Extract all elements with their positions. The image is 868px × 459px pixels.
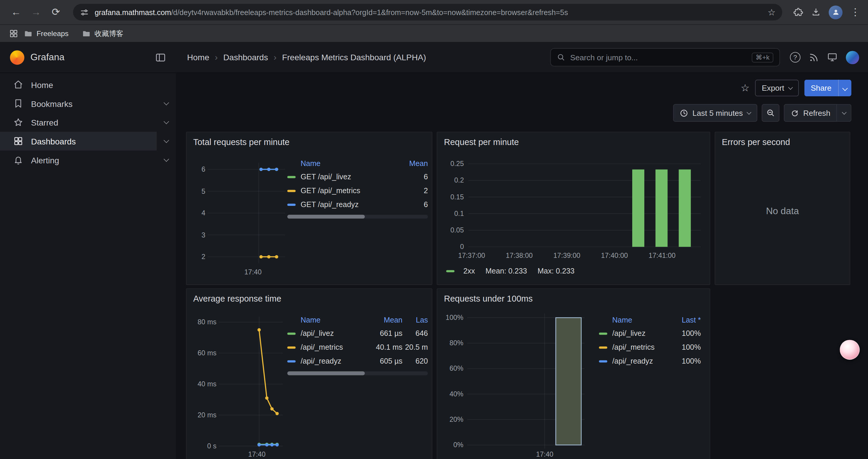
total-requests-line-chart[interactable] — [208, 163, 285, 263]
legend-header-last[interactable]: Las — [402, 316, 428, 324]
series-name[interactable]: /api/_readyz — [612, 357, 675, 365]
legend-header-mean[interactable]: Mean — [368, 316, 402, 324]
search-input[interactable]: Search or jump to... ⌘+k — [550, 48, 780, 66]
search-shortcut-hint: ⌘+k — [752, 52, 773, 62]
forward-icon[interactable]: → — [28, 4, 44, 21]
chevron-down-icon — [842, 109, 846, 114]
grafana-logo[interactable] — [10, 50, 25, 65]
series-name[interactable]: /api/_livez — [301, 329, 368, 338]
legend-row: /api/_metrics 100% — [599, 340, 701, 354]
zoom-out-button[interactable] — [762, 104, 779, 122]
series-name[interactable]: /api/_metrics — [612, 343, 675, 352]
profile-avatar[interactable] — [829, 5, 843, 19]
user-avatar[interactable] — [846, 51, 859, 64]
panel-title[interactable]: Errors per second — [722, 137, 790, 147]
series-mean: Mean: 0.233 — [486, 267, 527, 275]
share-button[interactable]: Share — [804, 80, 838, 96]
refresh-icon — [790, 109, 799, 117]
y-axis-tick: 6 — [202, 165, 205, 173]
help-icon[interactable]: ? — [790, 52, 801, 63]
chevron-down-icon — [747, 109, 751, 114]
scrollbar-thumb[interactable] — [287, 371, 365, 375]
extensions-icon[interactable] — [793, 7, 803, 17]
star-icon — [13, 117, 23, 127]
back-icon[interactable]: ← — [8, 4, 24, 21]
chevron-down-icon[interactable] — [164, 100, 169, 105]
series-color-dash — [287, 332, 296, 334]
sidebar-item-label: Bookmarks — [31, 99, 73, 108]
x-axis-tick: 17:40 — [239, 268, 267, 276]
legend-row: /api/_livez 100% — [599, 326, 701, 340]
url-bar[interactable]: grafana.mathmast.com/d/deytv4rwavabkb/fr… — [73, 4, 782, 21]
y-axis-tick: 0.25 — [451, 160, 464, 168]
site-settings-icon[interactable] — [80, 7, 89, 17]
y-axis: 80 ms60 ms40 ms20 ms0 s — [191, 317, 216, 452]
menu-kebab-icon[interactable]: ⋮ — [850, 4, 860, 21]
series-last: 646 — [402, 329, 428, 338]
favorite-star-icon[interactable]: ☆ — [741, 82, 749, 94]
legend-row: /api/_readyz 605 µs 620 — [287, 354, 428, 368]
panel-title[interactable]: Average response time — [193, 294, 281, 304]
sidebar-item-alerting[interactable]: Alerting — [0, 151, 176, 169]
panel-title[interactable]: Requests under 100ms — [444, 294, 533, 304]
assistant-avatar-overlay[interactable] — [840, 340, 860, 359]
series-mean: 605 µs — [368, 357, 402, 365]
panel-title[interactable]: Total requests per minute — [193, 137, 289, 147]
legend-table: Name Last * /api/_livez 100% /api/_metri… — [599, 314, 701, 368]
bookmark-item[interactable]: Freeleaps — [24, 29, 68, 38]
home-icon — [13, 80, 23, 90]
sidebar-item-starred[interactable]: Starred — [0, 113, 176, 132]
series-name[interactable]: GET /api/_metrics — [301, 186, 394, 195]
series-name[interactable]: GET /api/_livez — [301, 173, 394, 181]
monitor-icon[interactable] — [827, 52, 838, 63]
series-color-dash — [599, 360, 607, 362]
download-icon[interactable] — [811, 7, 821, 17]
sidebar-item-home[interactable]: Home — [0, 75, 176, 94]
under-100ms-bar-chart[interactable] — [467, 314, 584, 449]
browser-actions: ⋮ — [791, 4, 860, 21]
legend-scrollbar[interactable] — [287, 215, 428, 219]
chevron-down-icon[interactable] — [164, 137, 169, 143]
legend-header-mean[interactable]: Mean — [394, 159, 428, 167]
refresh-button[interactable]: Refresh — [784, 104, 837, 122]
share-options-button[interactable] — [838, 80, 851, 96]
time-range-picker[interactable]: Last 5 minutes — [673, 104, 757, 122]
series-name[interactable]: /api/_livez — [612, 329, 675, 338]
legend-header-name[interactable]: Name — [612, 316, 675, 324]
series-color-dash — [287, 360, 296, 362]
y-axis-tick: 2 — [202, 253, 205, 261]
series-name[interactable]: /api/_metrics — [301, 343, 368, 352]
sidebar-item-bookmarks[interactable]: Bookmarks — [0, 94, 176, 113]
legend-header-name[interactable]: Name — [301, 159, 394, 167]
refresh-interval-button[interactable] — [837, 104, 851, 122]
sidebar-item-dashboards[interactable]: Dashboards — [0, 132, 176, 151]
no-data-message: No data — [766, 206, 799, 217]
series-name[interactable]: 2xx — [463, 267, 475, 275]
breadcrumb-dashboards[interactable]: Dashboards — [223, 53, 268, 62]
browser-window: ← → ⟳ grafana.mathmast.com/d/deytv4rwava… — [0, 0, 868, 459]
bookmark-item[interactable]: 收藏博客 — [82, 28, 123, 38]
y-axis-tick: 0.1 — [454, 210, 464, 218]
news-rss-icon[interactable] — [809, 52, 819, 62]
scrollbar-thumb[interactable] — [287, 215, 365, 219]
series-last: 620 — [402, 357, 428, 365]
reload-icon[interactable]: ⟳ — [48, 4, 64, 21]
export-button[interactable]: Export — [755, 80, 799, 96]
sidebar-toggle-icon[interactable] — [155, 52, 166, 63]
legend-header-name[interactable]: Name — [301, 316, 368, 324]
panel-title[interactable]: Request per minute — [444, 137, 519, 147]
time-range-label: Last 5 minutes — [692, 108, 743, 117]
chevron-down-icon[interactable] — [164, 156, 169, 162]
response-time-line-chart[interactable] — [219, 317, 283, 452]
legend-scrollbar[interactable] — [287, 371, 428, 375]
search-placeholder: Search or jump to... — [570, 53, 638, 62]
bookmark-star-icon[interactable]: ☆ — [768, 7, 776, 18]
legend-header-last[interactable]: Last * — [675, 316, 701, 324]
requests-bar-chart[interactable] — [468, 160, 701, 249]
apps-grid-icon[interactable] — [9, 29, 18, 38]
dashboard-content: ☆ Export Share Last 5 minutes — [176, 73, 868, 459]
series-name[interactable]: /api/_readyz — [301, 357, 368, 365]
chevron-down-icon[interactable] — [164, 119, 169, 124]
breadcrumb-home[interactable]: Home — [187, 53, 209, 62]
series-name[interactable]: GET /api/_readyz — [301, 200, 394, 208]
